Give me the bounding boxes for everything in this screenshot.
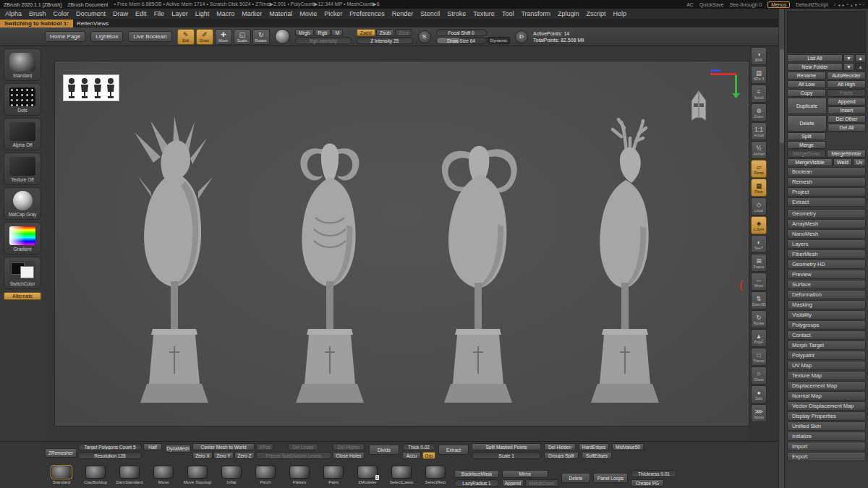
menu-item[interactable]: Transform: [517, 10, 554, 17]
z-intensity-slider[interactable]: Z Intensity 25: [357, 37, 413, 44]
tool-section-header[interactable]: Display Properties: [787, 411, 866, 421]
home-page-button[interactable]: Home Page: [45, 31, 85, 42]
freeze-subdiv-button[interactable]: Freeze SubDivision Levels: [256, 452, 331, 459]
tool-panel-scrollbar[interactable]: [778, 9, 784, 488]
grp-toggle[interactable]: Grp: [422, 452, 435, 459]
tool-section-header[interactable]: Preview: [787, 270, 866, 279]
menu-item[interactable]: File: [150, 10, 169, 17]
menu-item[interactable]: Marker: [238, 10, 265, 17]
brush-tile[interactable]: Flatten: [283, 466, 316, 488]
m-button[interactable]: M: [331, 29, 343, 36]
xpos-button[interactable]: XPos: [256, 443, 273, 450]
panel-loops-button[interactable]: Panel Loops: [593, 473, 628, 483]
split-button[interactable]: Split: [787, 132, 826, 140]
brush-tile[interactable]: ClayBuildup: [79, 466, 112, 488]
extract-section[interactable]: Extract: [787, 197, 866, 207]
split-masked-button[interactable]: Split Masked Points: [472, 443, 541, 450]
titlebar-icon[interactable]: ▫: [863, 2, 864, 7]
mode-button[interactable]: ◱ Scale: [234, 29, 251, 45]
titlebar-icon[interactable]: ▸: [843, 2, 845, 7]
accu-button[interactable]: Accu: [402, 452, 421, 459]
paste-button[interactable]: Paste: [827, 89, 866, 97]
right-shelf-button[interactable]: ◐ SeeT: [751, 235, 767, 253]
tool-section-header[interactable]: Polygroups: [787, 320, 866, 330]
thickness-slider[interactable]: Thickness 0.01: [631, 470, 677, 477]
live-boolean-button[interactable]: Live Boolean: [128, 31, 171, 42]
tool-section-header[interactable]: NanoMesh: [787, 229, 866, 239]
tool-section-header[interactable]: Morph Target: [787, 341, 866, 350]
brush-tile[interactable]: DamStandard: [113, 466, 146, 488]
lazyradius-slider[interactable]: LazyRadius 1: [454, 479, 499, 487]
dynamic-toggle[interactable]: Dynamic: [488, 37, 510, 44]
brush-tile[interactable]: SelectRect: [419, 466, 452, 488]
target-polygons-slider[interactable]: Target Polygons Count 5: [78, 443, 142, 450]
duplicate-button[interactable]: Duplicate: [787, 98, 827, 114]
folder-up-button[interactable]: ▲: [855, 63, 866, 71]
del-lower-button[interactable]: Del Lower: [288, 443, 318, 450]
insert-button[interactable]: Insert: [827, 106, 866, 114]
midvalue-button[interactable]: MidValue50: [612, 443, 644, 450]
tool-section-header[interactable]: ArrayMesh: [787, 219, 866, 228]
rgb-button[interactable]: Rgb: [315, 29, 331, 36]
resolution-slider[interactable]: Resolution 128: [78, 452, 142, 459]
left-palette-item[interactable]: Dots: [4, 83, 41, 116]
menu-item[interactable]: Render: [388, 10, 417, 17]
right-shelf-button[interactable]: ⋙ Xpose: [751, 404, 767, 422]
list-all-button[interactable]: List All: [787, 54, 843, 62]
menu-item[interactable]: Picker: [320, 10, 346, 17]
boolean-section[interactable]: Boolean: [787, 167, 866, 176]
brush-tile[interactable]: 1 ZModeler: [351, 466, 384, 488]
menu-item[interactable]: Texture: [469, 10, 498, 17]
merge-button[interactable]: Merge: [787, 141, 826, 149]
right-shelf-button[interactable]: ◈ L.Sym: [751, 216, 767, 234]
titlebar-icon[interactable]: ▴: [851, 2, 853, 7]
copy-button[interactable]: Copy: [787, 89, 826, 97]
mergedown-button[interactable]: MergeDown: [787, 150, 826, 158]
tool-section-header[interactable]: Surface: [787, 280, 866, 289]
menu-item[interactable]: Stroke: [443, 10, 469, 17]
menus-toggle[interactable]: Menus: [767, 1, 790, 8]
rgb-intensity-slider[interactable]: Rgb Intensity: [295, 37, 352, 44]
depth-dial-icon[interactable]: D: [515, 30, 528, 43]
right-shelf-button[interactable]: □ Transp: [751, 348, 767, 366]
remesh-section[interactable]: Remesh: [787, 177, 866, 187]
titlebar-icon[interactable]: ▪: [859, 2, 861, 7]
tool-section-header[interactable]: UV Map: [787, 361, 866, 370]
brush-tile[interactable]: Pinch: [249, 466, 282, 488]
delete-bottom-button[interactable]: Delete: [561, 473, 590, 483]
left-palette-item[interactable]: Standard: [4, 48, 41, 81]
right-shelf-button[interactable]: ↻ Rotate: [751, 310, 767, 328]
menu-item[interactable]: Light: [192, 10, 213, 17]
menu-item[interactable]: Edit: [132, 10, 150, 17]
mrgb-button[interactable]: Mrgb: [295, 29, 314, 36]
append-button[interactable]: Append: [827, 98, 866, 106]
zremesher-button[interactable]: ZRemesher: [45, 448, 77, 458]
all-high-button[interactable]: All High: [827, 80, 866, 88]
zero-z-button[interactable]: Zero Z: [234, 452, 255, 459]
menu-item[interactable]: Document: [72, 10, 109, 17]
tool-section-header[interactable]: Export: [787, 452, 866, 461]
brush-tile[interactable]: Move Topologi: [181, 466, 214, 488]
tool-section-header[interactable]: Deformation: [787, 290, 866, 299]
right-shelf-button[interactable]: ▱ Persp: [751, 160, 767, 178]
tool-section-header[interactable]: Visibility: [787, 310, 866, 320]
tool-section-header[interactable]: Unified Skin: [787, 421, 866, 431]
right-shelf-button[interactable]: ⊞ Frame: [751, 254, 767, 272]
tool-section-header[interactable]: Polypaint: [787, 351, 866, 360]
divide-button[interactable]: Divide: [369, 445, 399, 455]
right-shelf-button[interactable]: ↔ Move: [751, 273, 767, 291]
right-shelf-button[interactable]: 1:1 Actual: [751, 122, 767, 140]
menu-item[interactable]: Alpha: [1, 10, 25, 17]
lightbox-button[interactable]: LightBox: [90, 31, 123, 42]
menu-item[interactable]: Help: [610, 10, 631, 17]
titlebar-icon[interactable]: ◂: [838, 2, 841, 7]
menu-item[interactable]: Tool: [498, 10, 518, 17]
left-palette-item[interactable]: Alpha Off: [4, 118, 41, 150]
tool-section-header[interactable]: Initialize: [787, 432, 866, 441]
tool-section-header[interactable]: Layers: [787, 239, 866, 249]
tool-section-header[interactable]: Normal Map: [787, 391, 866, 401]
titlebar-icon[interactable]: ▾: [855, 2, 857, 7]
brush-tile[interactable]: Move: [147, 466, 180, 488]
brush-tile[interactable]: Inflat: [215, 466, 248, 488]
right-shelf-button[interactable]: ⊕ Zoom: [751, 103, 767, 121]
